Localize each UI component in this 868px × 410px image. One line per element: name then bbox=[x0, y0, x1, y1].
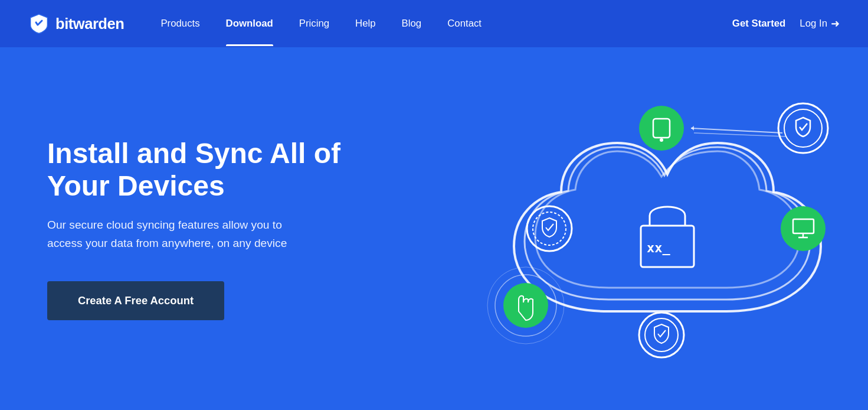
nav-links: Products Download Pricing Help Blog Cont… bbox=[148, 1, 732, 46]
login-arrow-icon: ➜ bbox=[831, 18, 840, 30]
hero-content: Install and Sync All of Your Devices Our… bbox=[47, 137, 354, 320]
nav-right: Get Started Log In ➜ bbox=[732, 13, 840, 34]
bitwarden-logo-icon bbox=[28, 13, 50, 34]
get-started-button[interactable]: Get Started bbox=[732, 13, 785, 34]
svg-text:xx_: xx_ bbox=[647, 240, 670, 255]
nav-item-help[interactable]: Help bbox=[342, 1, 389, 46]
nav-item-pricing[interactable]: Pricing bbox=[286, 1, 342, 46]
login-button[interactable]: Log In ➜ bbox=[800, 18, 840, 30]
nav-item-blog[interactable]: Blog bbox=[389, 1, 435, 46]
hero-title: Install and Sync All of Your Devices bbox=[47, 137, 354, 202]
sync-devices-graphic: xx_ bbox=[455, 75, 856, 382]
logo-link[interactable]: bitwarden bbox=[28, 13, 124, 34]
nav-item-contact[interactable]: Contact bbox=[434, 1, 494, 46]
nav-item-download[interactable]: Download bbox=[213, 1, 286, 46]
svg-point-9 bbox=[503, 283, 548, 328]
nav-item-products[interactable]: Products bbox=[148, 1, 212, 46]
nav-link-download[interactable]: Download bbox=[213, 1, 286, 46]
svg-line-16 bbox=[691, 128, 782, 133]
login-label: Log In bbox=[800, 18, 827, 30]
hero-illustration: xx_ bbox=[455, 75, 856, 382]
svg-line-17 bbox=[694, 133, 785, 136]
nav-link-help[interactable]: Help bbox=[342, 1, 389, 46]
svg-point-2 bbox=[639, 106, 684, 151]
svg-point-5 bbox=[781, 206, 826, 251]
nav-link-pricing[interactable]: Pricing bbox=[286, 1, 342, 46]
hero-subtitle: Our secure cloud syncing features allow … bbox=[47, 216, 307, 252]
nav-link-products[interactable]: Products bbox=[148, 1, 212, 46]
nav-link-blog[interactable]: Blog bbox=[389, 1, 435, 46]
nav-link-contact[interactable]: Contact bbox=[434, 1, 494, 46]
svg-point-4 bbox=[660, 138, 663, 142]
create-account-button[interactable]: Create A Free Account bbox=[47, 281, 224, 320]
logo-text: bitwarden bbox=[55, 15, 124, 32]
svg-marker-18 bbox=[691, 126, 694, 131]
navbar: bitwarden Products Download Pricing Help… bbox=[0, 0, 868, 47]
hero-section: Install and Sync All of Your Devices Our… bbox=[0, 47, 868, 410]
